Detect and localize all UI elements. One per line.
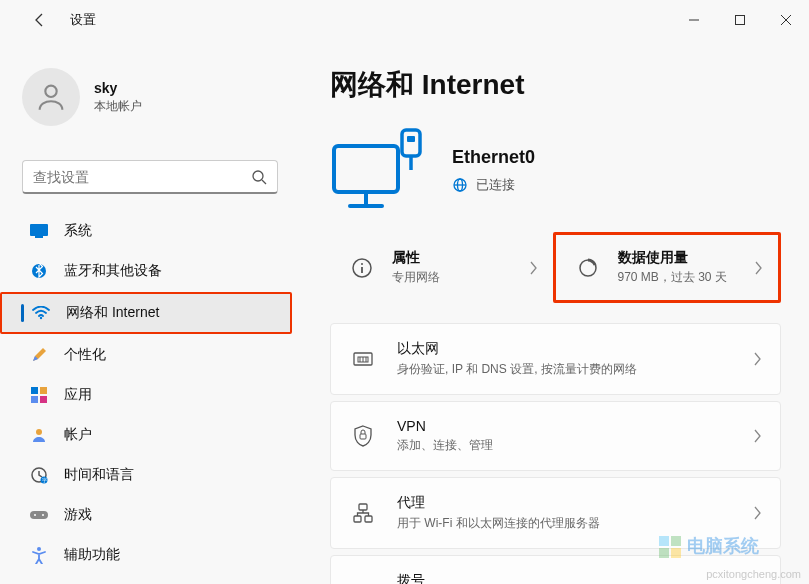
chevron-right-icon xyxy=(754,429,762,443)
svg-rect-39 xyxy=(360,434,366,439)
data-usage-card[interactable]: 数据使用量 970 MB，过去 30 天 xyxy=(553,232,782,303)
dialup-icon xyxy=(349,577,377,584)
svg-rect-5 xyxy=(30,224,48,236)
data-usage-title: 数据使用量 xyxy=(618,249,755,267)
system-icon xyxy=(30,222,48,240)
svg-point-8 xyxy=(40,317,42,319)
wifi-icon xyxy=(32,304,50,322)
window-controls xyxy=(671,2,809,38)
search-box[interactable] xyxy=(22,160,278,194)
connection-status-text: 已连接 xyxy=(476,176,515,194)
user-section[interactable]: sky 本地帐户 xyxy=(0,58,300,146)
sidebar: sky 本地帐户 系统 蓝牙和其他设备 网络和 Internet xyxy=(0,40,300,584)
window-title: 设置 xyxy=(70,11,96,29)
setting-title: 拨号 xyxy=(397,572,754,584)
clock-icon: 字 xyxy=(30,466,48,484)
svg-rect-24 xyxy=(402,130,420,156)
sidebar-item-personalization[interactable]: 个性化 xyxy=(0,336,292,374)
svg-rect-47 xyxy=(671,536,681,546)
chevron-right-icon xyxy=(754,352,762,366)
arrow-left-icon xyxy=(32,12,48,28)
svg-rect-9 xyxy=(31,387,38,394)
sidebar-item-privacy[interactable]: 隐私和安全性 xyxy=(0,576,292,584)
minimize-button[interactable] xyxy=(671,2,717,38)
accessibility-icon xyxy=(30,546,48,564)
sidebar-item-time-language[interactable]: 字 时间和语言 xyxy=(0,456,292,494)
sidebar-item-label: 个性化 xyxy=(64,346,106,364)
svg-rect-49 xyxy=(671,548,681,558)
setting-sub: 身份验证, IP 和 DNS 设置, 按流量计费的网络 xyxy=(397,361,754,378)
apps-icon xyxy=(30,386,48,404)
search-input[interactable] xyxy=(33,169,251,185)
close-button[interactable] xyxy=(763,2,809,38)
ethernet-icon xyxy=(349,345,377,373)
quick-settings-row: 属性 专用网络 数据使用量 970 MB，过去 30 天 xyxy=(330,232,781,303)
svg-point-31 xyxy=(361,263,363,265)
chevron-right-icon xyxy=(754,506,762,520)
sidebar-item-gaming[interactable]: 游戏 xyxy=(0,496,292,534)
svg-point-13 xyxy=(36,429,42,435)
sidebar-item-label: 系统 xyxy=(64,222,92,240)
sidebar-item-label: 网络和 Internet xyxy=(66,304,159,322)
back-button[interactable] xyxy=(22,2,58,38)
username: sky xyxy=(94,80,142,96)
setting-vpn[interactable]: VPN 添加、连接、管理 xyxy=(330,401,781,471)
gaming-icon xyxy=(30,506,48,524)
svg-point-2 xyxy=(45,86,56,97)
chevron-right-icon xyxy=(529,261,539,275)
sidebar-item-label: 帐户 xyxy=(64,426,92,444)
monitor-ethernet-icon xyxy=(330,128,424,212)
svg-rect-42 xyxy=(365,516,372,522)
svg-rect-21 xyxy=(334,146,398,192)
svg-point-3 xyxy=(253,171,263,181)
globe-icon xyxy=(452,177,468,193)
data-usage-sub: 970 MB，过去 30 天 xyxy=(618,269,755,286)
svg-point-19 xyxy=(42,514,44,516)
svg-rect-25 xyxy=(407,136,415,142)
svg-rect-41 xyxy=(354,516,361,522)
vpn-shield-icon xyxy=(349,422,377,450)
account-icon xyxy=(30,426,48,444)
sidebar-item-system[interactable]: 系统 xyxy=(0,212,292,250)
svg-line-4 xyxy=(262,180,266,184)
sidebar-item-label: 辅助功能 xyxy=(64,546,120,564)
page-title: 网络和 Internet xyxy=(330,66,781,104)
watermark-text: pcxitongcheng.com xyxy=(706,568,801,580)
svg-rect-11 xyxy=(31,396,38,403)
setting-title: 代理 xyxy=(397,494,754,512)
main-content: 网络和 Internet Ethernet0 已连接 xyxy=(300,40,809,584)
svg-rect-46 xyxy=(659,536,669,546)
sidebar-item-label: 游戏 xyxy=(64,506,92,524)
connection-status: 已连接 xyxy=(452,176,535,194)
setting-title: 以太网 xyxy=(397,340,754,358)
svg-rect-40 xyxy=(359,504,367,510)
svg-rect-48 xyxy=(659,548,669,558)
sidebar-item-label: 时间和语言 xyxy=(64,466,134,484)
sidebar-item-accounts[interactable]: 帐户 xyxy=(0,416,292,454)
properties-card[interactable]: 属性 专用网络 xyxy=(330,232,553,303)
chevron-right-icon xyxy=(754,261,764,275)
user-icon xyxy=(34,80,68,114)
sidebar-item-network[interactable]: 网络和 Internet xyxy=(0,292,292,334)
brush-icon xyxy=(30,346,48,364)
sidebar-item-apps[interactable]: 应用 xyxy=(0,376,292,414)
sidebar-item-bluetooth[interactable]: 蓝牙和其他设备 xyxy=(0,252,292,290)
maximize-button[interactable] xyxy=(717,2,763,38)
setting-ethernet[interactable]: 以太网 身份验证, IP 和 DNS 设置, 按流量计费的网络 xyxy=(330,323,781,395)
sidebar-item-label: 应用 xyxy=(64,386,92,404)
svg-point-18 xyxy=(34,514,36,516)
sidebar-item-accessibility[interactable]: 辅助功能 xyxy=(0,536,292,574)
connection-header: Ethernet0 已连接 xyxy=(330,128,781,212)
svg-rect-10 xyxy=(40,387,47,394)
search-icon xyxy=(251,169,267,185)
svg-rect-12 xyxy=(40,396,47,403)
avatar xyxy=(22,68,80,126)
account-type: 本地帐户 xyxy=(94,98,142,115)
sidebar-item-label: 蓝牙和其他设备 xyxy=(64,262,162,280)
data-usage-icon xyxy=(570,250,606,286)
bluetooth-icon xyxy=(30,262,48,280)
svg-rect-17 xyxy=(30,511,48,519)
titlebar: 设置 xyxy=(0,0,809,40)
svg-text:电脑系统: 电脑系统 xyxy=(687,536,760,556)
proxy-icon xyxy=(349,499,377,527)
